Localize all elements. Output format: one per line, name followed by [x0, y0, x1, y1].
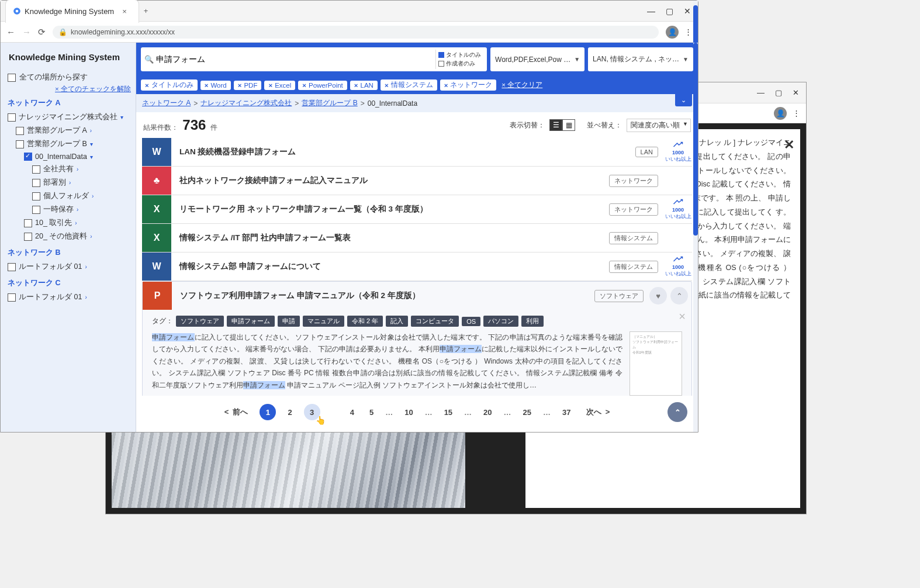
- chevron-icon[interactable]: ›: [85, 264, 87, 270]
- chevron-icon[interactable]: ›: [75, 220, 77, 226]
- minimize-icon[interactable]: —: [757, 88, 765, 97]
- prev-page[interactable]: < 前へ: [221, 404, 252, 420]
- result-item[interactable]: ♣社内ネットワーク接続申請フォーム記入マニュアルネットワーク: [142, 167, 692, 195]
- chevron-icon[interactable]: ▾: [120, 114, 123, 120]
- new-tab-icon[interactable]: +: [139, 4, 153, 18]
- grid-view-icon[interactable]: ▦: [562, 119, 575, 131]
- url-box[interactable]: 🔒 knowledgemining.xx.xxx/xxxxx/xx: [53, 26, 659, 39]
- filter-chip[interactable]: ×ネットワーク: [440, 79, 497, 91]
- tag-pill[interactable]: OS: [462, 317, 480, 326]
- page-4[interactable]: 4: [347, 406, 358, 419]
- avatar-icon[interactable]: 👤: [666, 26, 679, 39]
- tag-pill[interactable]: ソフトウェア: [176, 316, 224, 327]
- page-2[interactable]: 2: [284, 406, 295, 419]
- checkbox-icon[interactable]: [24, 219, 32, 227]
- tree-item[interactable]: 00_InternalData▾: [6, 151, 136, 162]
- maximize-icon[interactable]: ▢: [666, 6, 673, 16]
- result-item[interactable]: X情報システム /IT 部門 社内申請フォーム一覧表情報システム: [142, 224, 692, 253]
- chevron-icon[interactable]: ›: [90, 233, 92, 240]
- clear-checks-link[interactable]: × 全てのチェックを解除: [6, 85, 136, 94]
- results-scrollbar[interactable]: [693, 138, 698, 396]
- scroll-top-button[interactable]: ⌃: [667, 402, 687, 422]
- avatar-icon[interactable]: 👤: [774, 107, 787, 120]
- category-filter-dropdown[interactable]: LAN, 情報システム , ネッ…▼: [588, 47, 693, 71]
- chevron-icon[interactable]: ›: [77, 206, 78, 213]
- tree-item[interactable]: ナレッジマイニング株式会社▾: [6, 110, 136, 124]
- chevron-icon[interactable]: ▾: [90, 141, 93, 147]
- result-item[interactable]: Xリモートワーク用 ネットワーク申請フォーム一覧（令和 3 年度版）ネットワーク…: [142, 195, 692, 224]
- filetype-filter-dropdown[interactable]: Word,PDF,Excel,Pow …▼: [490, 47, 584, 71]
- tree-item[interactable]: 20_ その他資料›: [6, 230, 136, 243]
- tree-item[interactable]: ルートフォルダ 01›: [6, 290, 136, 304]
- list-view-icon[interactable]: ☰: [549, 119, 562, 131]
- close-icon[interactable]: ✕: [684, 6, 691, 16]
- view-toggle[interactable]: ☰ ▦: [549, 119, 575, 131]
- remove-chip-icon[interactable]: ×: [302, 82, 306, 89]
- checkbox-icon[interactable]: [24, 233, 32, 241]
- checkbox-icon[interactable]: [8, 113, 16, 122]
- checkbox-icon[interactable]: [8, 293, 16, 302]
- favorite-button[interactable]: ♥: [649, 287, 667, 305]
- minimize-icon[interactable]: —: [647, 6, 655, 16]
- checkbox-icon[interactable]: [32, 192, 40, 200]
- page-25[interactable]: 25: [520, 406, 535, 419]
- tag-pill[interactable]: 利用: [521, 316, 544, 327]
- opt-title-only[interactable]: タイトルのみ: [438, 51, 481, 59]
- tree-item[interactable]: 部署別›: [6, 176, 136, 189]
- checkbox-icon[interactable]: [16, 127, 24, 135]
- tree-item[interactable]: 営業部グループ A›: [6, 124, 136, 137]
- checkbox-icon[interactable]: [8, 263, 16, 271]
- breadcrumb-item[interactable]: ナレッジマイニング株式会社: [200, 98, 292, 108]
- tree-item[interactable]: 営業部グループ B▾: [6, 137, 136, 151]
- collapse-button[interactable]: ⌃: [670, 287, 688, 305]
- page-37[interactable]: 37: [559, 406, 574, 419]
- breadcrumb-item[interactable]: 営業部グループ B: [302, 98, 357, 108]
- checkbox-icon[interactable]: [16, 140, 24, 148]
- filter-chip[interactable]: ×Word: [200, 81, 231, 90]
- tag-pill[interactable]: 記入: [386, 316, 408, 327]
- close-icon[interactable]: ✕: [784, 133, 794, 157]
- page-15[interactable]: 15: [441, 406, 456, 419]
- checkbox-icon[interactable]: [32, 165, 40, 174]
- breadcrumb-item[interactable]: ネットワーク A: [142, 98, 191, 108]
- browser-tab[interactable]: Knowledge Mining System ×: [5, 0, 139, 23]
- result-item[interactable]: W情報システム部 申請フォームについて情報システム1000いいね以上: [142, 253, 692, 281]
- close-icon[interactable]: ✕: [793, 88, 799, 97]
- chevron-icon[interactable]: ›: [69, 179, 71, 186]
- next-page[interactable]: 次へ >: [583, 404, 614, 420]
- remove-chip-icon[interactable]: ×: [238, 82, 242, 89]
- expand-toggle-icon[interactable]: ⌄: [675, 94, 692, 106]
- filter-chip[interactable]: ×タイトルのみ: [141, 79, 198, 91]
- result-item[interactable]: WLAN 接続機器登録申請フォームLAN1000いいね以上: [142, 138, 692, 167]
- tag-pill[interactable]: 令和 2 年: [347, 316, 383, 327]
- tab-close-icon[interactable]: ×: [117, 5, 132, 18]
- filter-chip[interactable]: ×PowerPoint: [298, 81, 347, 90]
- chevron-icon[interactable]: ▾: [90, 154, 93, 160]
- remove-chip-icon[interactable]: ×: [145, 82, 149, 89]
- tree-item[interactable]: 10_ 取引先›: [6, 216, 136, 230]
- filter-chip[interactable]: ×情報システム: [381, 79, 437, 91]
- remove-chip-icon[interactable]: ×: [444, 82, 448, 89]
- checkbox-icon[interactable]: [24, 153, 32, 161]
- checkbox-icon[interactable]: [32, 206, 40, 214]
- tag-pill[interactable]: マニュアル: [303, 316, 344, 327]
- reload-icon[interactable]: ⟳: [38, 27, 46, 37]
- tag-pill[interactable]: 申請: [278, 316, 300, 327]
- remove-chip-icon[interactable]: ×: [268, 82, 272, 89]
- document-thumbnail[interactable]: ［マニュアル］ソフトウェア利用申請フォーム令和2年度版: [630, 331, 682, 396]
- tag-pill[interactable]: コンピュータ: [411, 316, 459, 327]
- chevron-icon[interactable]: ›: [77, 166, 78, 172]
- sort-dropdown[interactable]: 関連度の高い順 ▼: [627, 119, 691, 132]
- page-1[interactable]: 1: [260, 404, 276, 420]
- filter-chip[interactable]: ×PDF: [234, 81, 262, 90]
- tag-pill[interactable]: パソコン: [483, 316, 518, 327]
- chevron-icon[interactable]: ›: [92, 193, 94, 199]
- tree-item[interactable]: 全社共有›: [6, 162, 136, 176]
- close-icon[interactable]: ×: [679, 310, 686, 323]
- page-5[interactable]: 5: [366, 406, 377, 419]
- search-input[interactable]: [154, 53, 435, 67]
- page-10[interactable]: 10: [401, 406, 416, 419]
- menu-icon[interactable]: ⋮: [684, 27, 692, 36]
- remove-chip-icon[interactable]: ×: [205, 82, 209, 89]
- tree-item[interactable]: 一時保存›: [6, 203, 136, 216]
